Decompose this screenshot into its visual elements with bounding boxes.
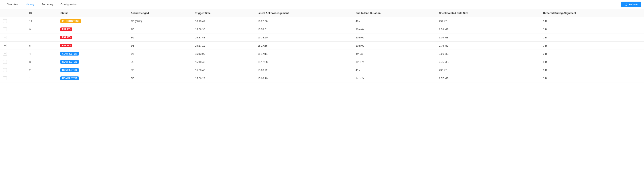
trigger-time-cell: 15:58:36 [192,25,254,33]
duration-cell: 20m 0s [352,25,436,33]
table-row: + 9 FAILED 3/5 15:58:36 15:58:51 20m 0s … [0,25,644,33]
tabs-bar: Overview History Summary Configuration R… [0,0,644,9]
acknowledged-cell: 3/5 (60%) [127,17,192,25]
duration-cell: 20m 0s [352,42,436,50]
tab-summary[interactable]: Summary [38,0,57,9]
id-cell: 11 [26,17,58,25]
status-badge: FAILED [60,36,72,39]
expand-button[interactable]: + [3,68,7,72]
status-cell: FAILED [57,42,127,50]
id-cell: 3 [26,58,58,66]
history-table-container: ID Status Acknowledged Trigger Time Late… [0,9,644,82]
status-cell: COMPLETED [57,58,127,66]
duration-cell: 41s [352,66,436,74]
buffered-cell: 0 B [540,17,644,25]
status-badge: IN_PROGRESS [60,19,81,23]
checkpoint-cell: 1.57 MB [436,74,540,82]
expand-button[interactable]: + [3,27,7,31]
duration-cell: 1m 57s [352,58,436,66]
status-cell: FAILED [57,25,127,33]
tab-history[interactable]: History [22,0,38,9]
latest-ack-cell: 15:17:58 [254,42,352,50]
latest-ack-cell: 15:58:51 [254,25,352,33]
col-latest-ack-header: Latest Acknowledgement [254,9,352,17]
refresh-button[interactable]: Refresh [621,1,641,7]
duration-cell: 4m 2s [352,50,436,58]
expand-button[interactable]: + [3,60,7,64]
trigger-time-cell: 15:37:48 [192,33,254,42]
id-cell: 4 [26,50,58,58]
col-expand [0,9,26,17]
table-row: + 7 FAILED 3/5 15:37:48 15:38:20 20m 0s … [0,33,644,42]
trigger-time-cell: 15:13:09 [192,50,254,58]
duration-cell: 1m 42s [352,74,436,82]
refresh-label: Refresh [628,3,638,6]
checkpoint-cell: 1.58 MB [436,25,540,33]
table-row: + 5 FAILED 3/5 15:17:12 15:17:58 20m 0s … [0,42,644,50]
buffered-cell: 0 B [540,66,644,74]
checkpoint-cell: 3.60 MB [436,50,540,58]
expand-button[interactable]: + [3,36,7,39]
acknowledged-cell: 5/5 [127,58,192,66]
status-cell: IN_PROGRESS [57,17,127,25]
buffered-cell: 0 B [540,50,644,58]
col-status-header: Status [57,9,127,17]
buffered-cell: 0 B [540,74,644,82]
latest-ack-cell: 16:20:36 [254,17,352,25]
refresh-icon [624,3,627,6]
status-badge: COMPLETED [60,60,78,64]
status-badge: FAILED [60,27,72,31]
expand-cell: + [0,50,26,58]
table-body: + 11 IN_PROGRESS 3/5 (60%) 16:19:47 16:2… [0,17,644,82]
status-badge: FAILED [60,44,72,47]
expand-button[interactable]: + [3,52,7,55]
trigger-time-cell: 16:19:47 [192,17,254,25]
table-row: + 3 COMPLETED 5/5 15:10:40 15:12:38 1m 5… [0,58,644,66]
latest-ack-cell: 15:09:22 [254,66,352,74]
expand-cell: + [0,58,26,66]
table-row: + 4 COMPLETED 5/5 15:13:09 15:17:11 4m 2… [0,50,644,58]
checkpoint-cell: 759 KB [436,17,540,25]
col-duration-header: End to End Duration [352,9,436,17]
tab-overview[interactable]: Overview [3,0,22,9]
expand-button[interactable]: + [3,76,7,80]
latest-ack-cell: 15:38:20 [254,33,352,42]
expand-cell: + [0,17,26,25]
status-badge: COMPLETED [60,76,78,80]
expand-button[interactable]: + [3,19,7,23]
buffered-cell: 0 B [540,42,644,50]
checkpoint-cell: 2.76 MB [436,42,540,50]
col-id-header: ID [26,9,58,17]
acknowledged-cell: 3/5 [127,42,192,50]
latest-ack-cell: 15:12:38 [254,58,352,66]
acknowledged-cell: 5/5 [127,50,192,58]
latest-ack-cell: 15:08:10 [254,74,352,82]
table-row: + 2 COMPLETED 5/5 15:08:40 15:09:22 41s … [0,66,644,74]
trigger-time-cell: 15:06:28 [192,74,254,82]
status-cell: FAILED [57,33,127,42]
col-acknowledged-header: Acknowledged [127,9,192,17]
status-badge: COMPLETED [60,68,78,72]
expand-cell: + [0,66,26,74]
id-cell: 9 [26,25,58,33]
status-cell: COMPLETED [57,50,127,58]
tab-configuration[interactable]: Configuration [57,0,81,9]
table-header-row: ID Status Acknowledged Trigger Time Late… [0,9,644,17]
id-cell: 5 [26,42,58,50]
status-cell: COMPLETED [57,74,127,82]
trigger-time-cell: 15:17:12 [192,42,254,50]
id-cell: 1 [26,74,58,82]
latest-ack-cell: 15:17:11 [254,50,352,58]
acknowledged-cell: 3/5 [127,33,192,42]
expand-button[interactable]: + [3,44,7,47]
duration-cell: 20m 0s [352,33,436,42]
checkpoint-cell: 2.75 MB [436,58,540,66]
table-row: + 1 COMPLETED 5/5 15:06:28 15:08:10 1m 4… [0,74,644,82]
col-buffered-header: Buffered During Alignment [540,9,644,17]
col-checkpoint-header: Checkpointed Data Size [436,9,540,17]
buffered-cell: 0 B [540,58,644,66]
expand-cell: + [0,42,26,50]
expand-cell: + [0,74,26,82]
checkpoint-cell: 1.09 MB [436,33,540,42]
trigger-time-cell: 15:08:40 [192,66,254,74]
